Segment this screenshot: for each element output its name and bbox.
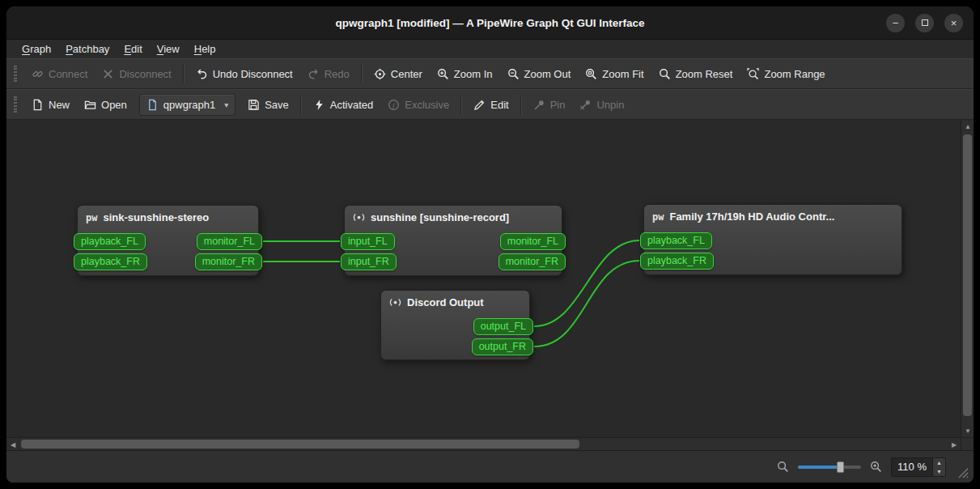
node-title: Discord Output <box>407 296 484 308</box>
open-button[interactable]: Open <box>77 92 134 117</box>
activated-button[interactable]: Activated <box>306 92 380 117</box>
minimize-icon: − <box>893 18 899 28</box>
node-header: Discord Output <box>381 291 529 308</box>
pipewire-icon: pw <box>86 212 97 223</box>
zoom-reset-button[interactable]: Zoom Reset <box>651 62 740 86</box>
magnifier-icon <box>777 461 789 473</box>
menu-patchbay[interactable]: Patchbay <box>58 40 117 58</box>
new-file-icon <box>32 99 44 111</box>
vertical-scrollbar-thumb[interactable] <box>963 134 972 416</box>
pencil-icon <box>473 99 486 111</box>
menu-edit[interactable]: Edit <box>117 40 149 58</box>
spin-up-icon[interactable]: ▲ <box>933 458 945 467</box>
scroll-down-icon[interactable]: ▼ <box>961 424 974 437</box>
port-monitor-fl[interactable]: monitor_FL <box>500 233 566 250</box>
node-title: sink-sunshine-stereo <box>103 211 209 223</box>
port-playback-fr[interactable]: playback_FR <box>640 253 714 270</box>
port-monitor-fl[interactable]: monitor_FL <box>197 233 262 250</box>
maximize-button[interactable] <box>915 14 934 32</box>
edit-button[interactable]: Edit <box>466 92 515 117</box>
titlebar[interactable]: qpwgraph1 [modified] — A PipeWire Graph … <box>6 6 974 39</box>
link-icon <box>32 68 44 80</box>
port-input-fl[interactable]: input_FL <box>341 233 395 250</box>
toolbar-separator <box>361 64 363 83</box>
undo-disconnect-button[interactable]: Undo Disconnect <box>189 62 300 86</box>
x-icon <box>102 68 114 80</box>
f-circle-icon <box>388 99 400 111</box>
file-icon <box>146 99 159 111</box>
app-window: qpwgraph1 [modified] — A PipeWire Graph … <box>6 6 974 483</box>
node-sunshine-record[interactable]: sunshine [sunshine-record] input_FL inpu… <box>344 205 562 276</box>
toolbar-main: Connect Disconnect Undo Disconnect Redo … <box>6 58 974 89</box>
resize-grip[interactable] <box>957 466 969 478</box>
redo-icon <box>308 68 320 80</box>
new-button[interactable]: New <box>24 92 77 117</box>
graph-canvas[interactable]: pw sink-sunshine-stereo playback_FL play… <box>6 120 974 450</box>
menubar: Graph Patchbay Edit View Help <box>6 39 974 58</box>
connections-layer <box>6 120 961 437</box>
scroll-left-icon[interactable]: ◀ <box>6 438 19 450</box>
horizontal-scrollbar-thumb[interactable] <box>21 440 579 449</box>
close-icon: × <box>951 18 957 28</box>
port-playback-fr[interactable]: playback_FR <box>74 253 147 270</box>
zoom-spin-arrows: ▲ ▼ <box>932 458 945 476</box>
port-input-fr[interactable]: input_FR <box>341 253 397 270</box>
scroll-right-icon[interactable]: ▶ <box>948 438 961 450</box>
magnifier-range-icon <box>747 68 759 80</box>
port-output-fr[interactable]: output_FR <box>472 338 533 355</box>
redo-button[interactable]: Redo <box>300 62 357 86</box>
menu-help[interactable]: Help <box>187 40 223 58</box>
vertical-scrollbar[interactable]: ▲ ▼ <box>961 120 974 437</box>
close-button[interactable]: × <box>944 14 963 32</box>
center-button[interactable]: Center <box>367 62 430 86</box>
connect-button[interactable]: Connect <box>24 62 95 86</box>
minimize-button[interactable]: − <box>886 14 905 32</box>
unpin-button[interactable]: Unpin <box>572 92 631 117</box>
save-icon <box>248 99 260 111</box>
menu-graph[interactable]: Graph <box>15 40 58 58</box>
zoom-range-button[interactable]: Zoom Range <box>740 62 832 86</box>
port-monitor-fr[interactable]: monitor_FR <box>195 253 262 270</box>
zoom-in-button[interactable]: Zoom In <box>430 62 500 86</box>
disconnect-button[interactable]: Disconnect <box>95 62 178 86</box>
zoom-spinbox[interactable]: 110 % ▲ ▼ <box>891 457 946 477</box>
node-discord-output[interactable]: Discord Output output_FL output_FR <box>380 290 530 360</box>
toolbar-grip[interactable] <box>14 66 17 82</box>
patchbay-profile-combo[interactable]: qpwgraph1 ▾ <box>139 94 235 116</box>
node-family-hd-audio[interactable]: pw Family 17h/19h HD Audio Contr... play… <box>643 204 902 275</box>
horizontal-scrollbar[interactable]: ◀ ▶ <box>6 437 961 450</box>
bolt-icon <box>313 99 325 111</box>
port-playback-fl[interactable]: playback_FL <box>74 233 146 250</box>
node-sink-sunshine-stereo[interactable]: pw sink-sunshine-stereo playback_FL play… <box>77 205 259 276</box>
menu-view[interactable]: View <box>150 40 187 58</box>
exclusive-button[interactable]: Exclusive <box>380 92 456 117</box>
save-button[interactable]: Save <box>240 92 296 117</box>
spin-down-icon[interactable]: ▼ <box>933 467 945 476</box>
zoom-value[interactable]: 110 % <box>892 458 932 476</box>
window-title: qpwgraph1 [modified] — A PipeWire Graph … <box>335 17 644 29</box>
toolbar-separator <box>460 95 462 114</box>
pipewire-icon: pw <box>652 211 664 223</box>
magnifier-icon <box>659 68 671 80</box>
node-title: sunshine [sunshine-record] <box>371 211 509 223</box>
scroll-up-icon[interactable]: ▲ <box>961 120 974 133</box>
port-output-fl[interactable]: output_FL <box>473 318 533 335</box>
record-icon <box>389 296 401 308</box>
port-monitor-fr[interactable]: monitor_FR <box>498 253 566 270</box>
pin-button[interactable]: Pin <box>526 92 573 117</box>
toolbar-grip[interactable] <box>14 96 17 113</box>
window-controls: − × <box>886 6 963 39</box>
port-playback-fl[interactable]: playback_FL <box>640 232 712 249</box>
statusbar: 110 % ▲ ▼ <box>6 450 974 483</box>
zoom-slider-handle[interactable] <box>837 461 844 473</box>
toolbar-separator <box>300 95 302 114</box>
pin-icon <box>533 99 545 111</box>
toolbar-separator <box>183 64 185 83</box>
node-header: pw sink-sunshine-stereo <box>78 206 258 223</box>
zoom-slider[interactable] <box>798 461 861 474</box>
zoom-fit-button[interactable]: Zoom Fit <box>578 62 651 86</box>
patchbay-profile-value: qpwgraph1 <box>163 99 215 111</box>
toolbar-separator <box>520 95 522 114</box>
zoom-out-button[interactable]: Zoom Out <box>500 62 579 86</box>
maximize-icon <box>922 19 928 26</box>
